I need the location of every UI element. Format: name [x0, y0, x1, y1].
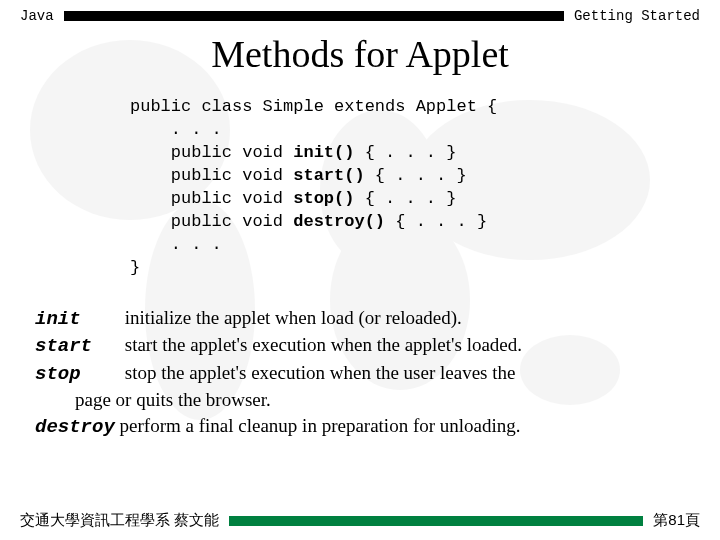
term-init: init [35, 307, 120, 333]
header-left: Java [20, 8, 54, 24]
desc-init: init initialize the applet when load (or… [35, 305, 685, 333]
term-start: start [35, 334, 120, 360]
footer-bar-row: 交通大學資訊工程學系 蔡文能 第81頁 [0, 511, 720, 530]
code-method-destroy: destroy() [293, 212, 385, 231]
code-line: . . . [130, 120, 222, 139]
description-block: init initialize the applet when load (or… [35, 305, 685, 441]
code-line: { . . . } [365, 166, 467, 185]
code-method-init: init() [293, 143, 354, 162]
code-line: public void [130, 143, 293, 162]
code-line: public void [130, 166, 293, 185]
page-title: Methods for Applet [0, 32, 720, 76]
code-method-start: start() [293, 166, 364, 185]
code-line: public void [130, 189, 293, 208]
text-destroy: perform a final cleanup in preparation f… [120, 415, 521, 436]
code-block: public class Simple extends Applet { . .… [130, 96, 720, 280]
code-line: { . . . } [354, 189, 456, 208]
code-line: public void [130, 212, 293, 231]
desc-stop-cont: page or quits the browser. [35, 387, 685, 413]
footer-left: 交通大學資訊工程學系 蔡文能 [20, 511, 219, 530]
term-stop: stop [35, 362, 120, 388]
header-bar-row: Java Getting Started [0, 0, 720, 24]
header-right: Getting Started [574, 8, 700, 24]
desc-start: start start the applet's execution when … [35, 332, 685, 360]
code-line: public class Simple extends Applet { [130, 97, 497, 116]
code-line: . . . [130, 235, 222, 254]
desc-destroy: destroy perform a final cleanup in prepa… [35, 413, 685, 441]
text-stop: stop the applet's execution when the use… [125, 362, 516, 383]
term-destroy: destroy [35, 415, 115, 441]
code-line: } [130, 258, 140, 277]
text-start: start the applet's execution when the ap… [125, 334, 522, 355]
header-rule [64, 11, 564, 21]
footer-right: 第81頁 [653, 511, 700, 530]
code-method-stop: stop() [293, 189, 354, 208]
text-init: initialize the applet when load (or relo… [125, 307, 462, 328]
footer-rule [229, 516, 643, 526]
desc-stop: stop stop the applet's execution when th… [35, 360, 685, 388]
code-line: { . . . } [354, 143, 456, 162]
text-stop2: page or quits the browser. [75, 389, 271, 410]
code-line: { . . . } [385, 212, 487, 231]
